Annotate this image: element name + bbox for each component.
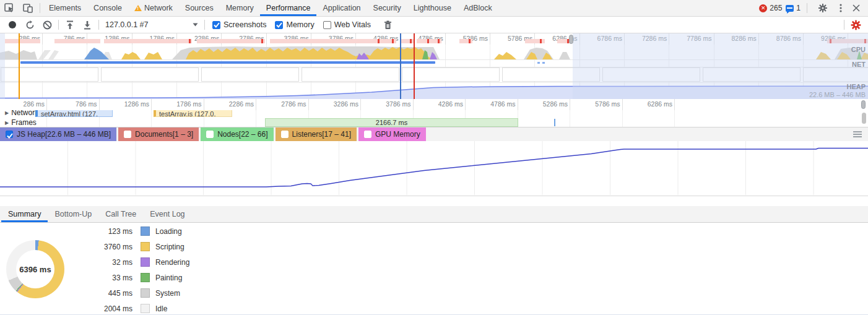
checkbox-box[interactable] [281,131,289,138]
legend-label: Loading [155,227,182,236]
counter-chip-label: JS Heap[22.6 MB – 446 MB] [17,130,111,139]
long-task-marker [261,39,263,43]
checkbox-box[interactable] [212,21,220,29]
screenshot-thumbnail[interactable] [1,67,98,82]
ruler-tick [360,99,361,110]
frame-marker [554,119,555,126]
tab-security[interactable]: Security [367,0,407,16]
tab-elements[interactable]: Elements [43,0,87,16]
ruler-label: 2786 ms [271,100,306,108]
checkbox-box[interactable] [206,131,214,138]
screenshot-thumbnail[interactable] [402,67,500,82]
device-toolbar-icon[interactable] [19,0,37,16]
network-request-bar[interactable]: testArray.js (127.0. [154,110,232,117]
capture-settings-gear-icon[interactable] [847,17,864,32]
tab-sources[interactable]: Sources [179,0,220,16]
counter-chip-label: Nodes[22 – 66] [217,130,267,139]
network-request-bar[interactable]: setArray.html (127. [35,110,113,117]
tab-lighthouse[interactable]: Lighthouse [407,0,458,16]
divider [807,3,807,13]
drawer-tab-bottom-up[interactable]: Bottom-Up [48,206,98,222]
frames-track-row[interactable]: ▶Frames 2166.7 ms [0,118,868,127]
checkbox-box[interactable] [323,21,331,29]
ruler-label: 2286 ms [218,100,254,108]
frames-track-title[interactable]: ▶Frames [5,118,37,127]
console-errors-badge[interactable]: ✕ 265 [759,4,782,12]
ruler-label: 786 ms [61,100,97,108]
legend-label: Idle [155,304,167,313]
network-track-row[interactable]: ▶Network setArray.html (127. testArray.j… [0,110,868,118]
screenshot-thumbnail[interactable] [201,67,299,82]
chevron-down-icon [193,23,198,27]
summary-legend-row: 445 msSystem [74,285,189,301]
ruler-tick [674,99,675,110]
counter-chip-nodes[interactable]: Nodes[22 – 66] [201,127,273,141]
long-task-marker [438,39,440,43]
network-activity-bar [20,61,435,64]
ruler-tick [151,99,152,110]
long-task-marker [189,39,191,43]
checkbox-box[interactable] [364,131,371,138]
tab-console[interactable]: Console [87,0,128,16]
drawer-tab-call-tree[interactable]: Call Tree [98,206,143,222]
target-history-select[interactable]: 127.0.0.1 #7 [102,20,202,29]
checkbox-web-vitals[interactable]: Web Vitals [323,20,371,29]
screenshot-thumbnail[interactable] [302,67,399,82]
tab-label: Lighthouse [414,4,451,12]
inspect-element-icon[interactable] [0,0,19,16]
vertical-scrollbar-thumb[interactable] [862,113,866,124]
garbage-collect-icon[interactable] [380,17,397,32]
summary-legend-row: 33 msPainting [74,270,189,285]
tab-network[interactable]: !Network [128,0,179,16]
load-profile-icon[interactable] [61,17,79,32]
reload-and-record-button[interactable] [21,17,38,32]
long-task-marker [378,39,380,43]
settings-gear-icon[interactable] [814,0,832,16]
checkbox-memory[interactable]: Memory [275,20,314,29]
tab-performance[interactable]: Performance [260,0,317,16]
ruler-tick [518,99,518,110]
tab-label: Elements [49,4,81,12]
flame-ruler-handle[interactable] [861,100,866,109]
tab-application[interactable]: Application [316,0,367,16]
ruler-label: 4286 ms [427,100,463,108]
network-track-title[interactable]: ▶Network [5,110,38,117]
overview-window-handle[interactable] [569,35,573,44]
checkbox-box[interactable] [124,131,131,138]
drawer-tab-summary[interactable]: Summary [1,206,48,222]
overview-dim-overlay [573,33,868,99]
tab-memory[interactable]: Memory [220,0,260,16]
clear-recording-icon[interactable] [38,17,56,32]
save-profile-icon[interactable] [79,17,96,32]
timeline-cursor [414,33,415,99]
drawer-tab-event-log[interactable]: Event Log [143,206,191,222]
record-button[interactable] [4,17,21,32]
summary-legend: 123 msLoading3760 msScripting32 msRender… [74,223,189,315]
close-devtools-icon[interactable] [849,0,863,16]
timeline-overview[interactable]: 286 ms786 ms1286 ms1786 ms2286 ms2786 ms… [0,33,868,99]
checkbox-screenshots[interactable]: Screenshots [212,20,266,29]
counter-chip-listeners[interactable]: Listeners[17 – 41] [276,127,357,141]
ruler-tick [42,33,43,45]
expander-arrow-icon[interactable]: ▶ [5,110,9,116]
hamburger-menu-icon[interactable] [853,130,862,139]
ruler-tick [570,99,570,110]
ruler-tick [46,99,47,110]
summary-legend-row: 123 msLoading [74,223,189,239]
counter-chip-js-heap[interactable]: JS Heap[22.6 MB – 446 MB] [0,127,116,141]
details-tabbar: SummaryBottom-UpCall TreeEvent Log [0,206,868,223]
more-options-kebab-icon[interactable] [836,0,846,16]
frame-duration-bar[interactable]: 2166.7 ms [265,118,518,127]
expander-arrow-icon[interactable]: ▶ [5,120,9,126]
counter-chip-gpu-memory[interactable]: GPU Memory [358,127,426,141]
checkbox-box[interactable] [6,131,13,138]
summary-pane: 6396 ms 123 msLoading3760 msScripting32 … [0,223,868,315]
console-messages-badge[interactable]: 1 [786,4,801,12]
screenshot-thumbnail[interactable] [101,67,199,82]
memory-counter-chart[interactable] [0,141,868,196]
tab-adblock[interactable]: AdBlock [458,0,498,16]
timeline-cursor [400,33,401,99]
checkbox-box[interactable] [275,21,283,29]
counter-chip-documents[interactable]: Documents[1 – 3] [118,127,199,141]
flamechart-strip[interactable]: 286 ms786 ms1286 ms1786 ms2286 ms2786 ms… [0,99,868,127]
